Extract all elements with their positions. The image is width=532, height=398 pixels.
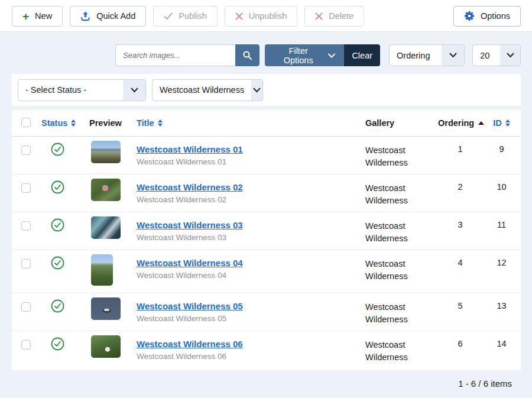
options-button[interactable]: Options	[453, 6, 521, 27]
published-status-icon[interactable]	[51, 143, 64, 156]
gallery-cell: Westcoast Wilderness	[365, 331, 438, 364]
chevron-down-icon	[442, 45, 464, 66]
clear-button[interactable]: Clear	[344, 44, 380, 66]
sort-icon	[505, 119, 510, 127]
unpublish-button[interactable]: Unpublish	[225, 6, 298, 27]
row-checkbox[interactable]	[21, 145, 31, 155]
gallery-cell: Westcoast Wilderness	[365, 250, 438, 283]
ordering-select-value: Ordering	[390, 45, 442, 66]
select-all-checkbox[interactable]	[21, 118, 31, 127]
quick-add-button[interactable]: Quick Add	[70, 6, 146, 27]
options-button-label: Options	[481, 11, 510, 21]
title-header-label: Title	[137, 118, 154, 128]
header-title: Title	[137, 110, 365, 128]
image-title-link[interactable]: Westcoast Wilderness 04	[137, 258, 243, 268]
images-table: Status Preview Title Gallery Ordering ID	[12, 110, 521, 370]
status-filter-select[interactable]: - Select Status -	[18, 79, 146, 101]
table-row: Westcoast Wilderness 02 Westcoast Wilder…	[12, 174, 521, 212]
published-status-icon[interactable]	[51, 218, 64, 232]
table-row: Westcoast Wilderness 03 Westcoast Wilder…	[12, 212, 521, 250]
search-filter-row: Filter Options Clear Ordering 20	[115, 44, 521, 66]
ordering-cell: 2	[438, 174, 482, 192]
gallery-cell: Westcoast Wilderness	[365, 212, 438, 245]
delete-button[interactable]: Delete	[304, 6, 364, 27]
new-button[interactable]: + New	[12, 6, 63, 27]
ordering-cell: 3	[438, 212, 482, 229]
page-size-value: 20	[473, 45, 500, 66]
row-checkbox[interactable]	[21, 259, 31, 268]
id-header-label: ID	[493, 118, 502, 128]
published-status-icon[interactable]	[51, 256, 64, 270]
status-filter-value: - Select Status -	[18, 80, 123, 101]
thumbnail-image	[91, 141, 121, 163]
table-row: Westcoast Wilderness 04 Westcoast Wilder…	[12, 250, 521, 293]
title-sort-header[interactable]: Title	[137, 118, 163, 128]
thumbnail-image	[91, 254, 113, 286]
gallery-cell: Westcoast Wilderness	[365, 174, 438, 207]
chevron-down-icon	[500, 45, 520, 66]
table-row: Westcoast Wilderness 01 Westcoast Wilder…	[12, 137, 521, 174]
quick-add-button-label: Quick Add	[96, 11, 135, 21]
published-status-icon[interactable]	[51, 299, 64, 313]
id-cell: 11	[482, 212, 521, 229]
plus-icon: +	[22, 11, 29, 22]
gear-icon	[464, 11, 475, 21]
filter-options-label: Filter Options	[274, 46, 323, 65]
clear-label: Clear	[352, 51, 372, 60]
search-button[interactable]	[235, 44, 259, 66]
page-size-select[interactable]: 20	[472, 44, 521, 66]
header-ordering: Ordering	[438, 110, 482, 128]
gallery-filter-select[interactable]: Westcoast Wilderness	[152, 79, 263, 101]
gallery-filter-value: Westcoast Wilderness	[153, 80, 251, 101]
header-id: ID	[482, 110, 521, 128]
filter-options-button[interactable]: Filter Options	[265, 44, 344, 66]
upload-icon	[80, 11, 90, 21]
gallery-cell: Westcoast Wilderness	[365, 137, 438, 169]
ordering-cell: 4	[438, 250, 482, 267]
ordering-cell: 6	[438, 331, 482, 348]
id-cell: 10	[482, 174, 521, 192]
id-cell: 13	[482, 293, 521, 310]
image-subtitle: Westcoast Wilderness 05	[137, 314, 365, 323]
sort-icon	[71, 119, 76, 127]
unpublish-button-label: Unpublish	[249, 11, 287, 21]
gallery-header: Gallery	[365, 110, 438, 128]
status-sort-header[interactable]: Status	[41, 118, 76, 128]
image-subtitle: Westcoast Wilderness 04	[137, 271, 365, 280]
id-sort-header[interactable]: ID	[493, 118, 510, 128]
image-title-link[interactable]: Westcoast Wilderness 03	[137, 220, 243, 230]
thumbnail-image	[91, 335, 121, 358]
table-header-row: Status Preview Title Gallery Ordering ID	[12, 110, 521, 137]
publish-button[interactable]: Publish	[153, 6, 218, 27]
id-cell: 12	[482, 250, 521, 267]
image-title-link[interactable]: Westcoast Wilderness 06	[137, 339, 243, 349]
items-count: 1 - 6 / 6 items	[0, 370, 532, 389]
image-title-link[interactable]: Westcoast Wilderness 02	[137, 182, 243, 192]
ordering-cell: 1	[438, 137, 482, 154]
row-checkbox[interactable]	[21, 221, 31, 231]
chevron-down-icon	[123, 80, 145, 101]
search-input[interactable]	[115, 44, 235, 66]
id-cell: 14	[482, 331, 521, 348]
search-icon	[242, 50, 252, 60]
row-checkbox[interactable]	[21, 340, 31, 350]
row-checkbox[interactable]	[21, 302, 31, 312]
check-icon	[164, 12, 173, 20]
ordering-header-label: Ordering	[438, 118, 474, 128]
image-title-link[interactable]: Westcoast Wilderness 01	[137, 144, 243, 154]
ordering-select[interactable]: Ordering	[389, 44, 465, 66]
published-status-icon[interactable]	[51, 337, 64, 351]
id-cell: 9	[482, 137, 521, 154]
image-title-link[interactable]: Westcoast Wilderness 05	[137, 301, 243, 311]
header-status: Status	[41, 110, 89, 128]
chevron-down-icon	[328, 53, 335, 58]
table-row: Westcoast Wilderness 05 Westcoast Wilder…	[12, 293, 521, 331]
toolbar: + New Quick Add Publish Unpublish Delete	[0, 0, 532, 32]
image-subtitle: Westcoast Wilderness 01	[137, 157, 365, 166]
new-button-label: New	[35, 11, 52, 21]
row-checkbox[interactable]	[21, 183, 31, 193]
delete-button-label: Delete	[329, 11, 353, 21]
x-icon	[235, 12, 243, 20]
published-status-icon[interactable]	[51, 180, 64, 194]
ordering-sort-header[interactable]: Ordering	[438, 118, 484, 128]
